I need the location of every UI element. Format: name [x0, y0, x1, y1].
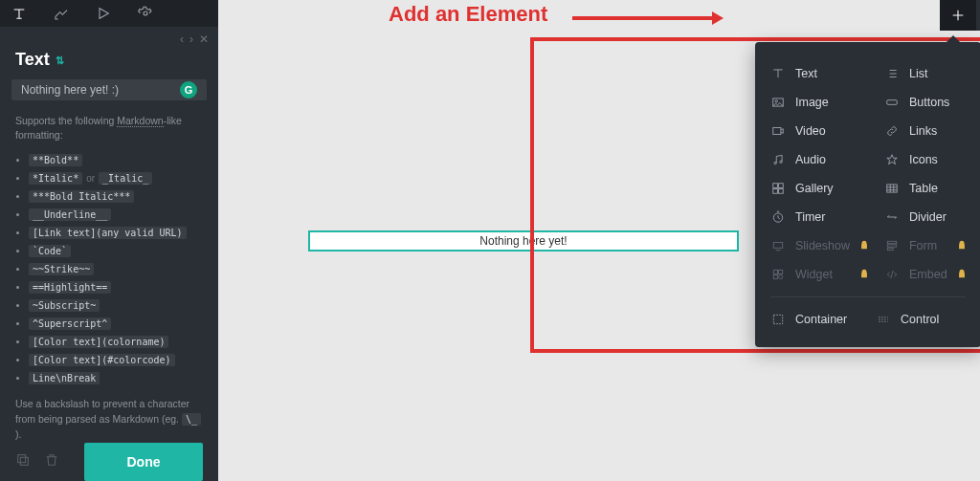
format-example: *Italic*or_Italic_ [29, 169, 203, 187]
menu-item-container[interactable]: Container [763, 305, 868, 334]
menu-item-label: Icons [909, 153, 938, 166]
panel-prev-icon[interactable]: ‹ [180, 33, 184, 46]
menu-item-text[interactable]: Text [763, 59, 877, 88]
menu-item-label: Divider [909, 210, 947, 224]
add-element-button[interactable] [940, 0, 976, 31]
inspector-tabs [0, 0, 218, 27]
formatting-help-footer: Use a backslash to prevent a character f… [0, 387, 218, 442]
video-icon [770, 124, 786, 138]
buttons-icon [884, 96, 900, 109]
format-example: Line\nBreak [29, 369, 203, 387]
tab-style-icon[interactable] [48, 0, 75, 27]
panel-title-chevron-icon[interactable]: ⇅ [56, 55, 64, 67]
menu-item-label: Audio [795, 153, 826, 166]
menu-item-label: Form [909, 239, 937, 252]
format-example: **Bold** [29, 151, 203, 169]
menu-item-widget: Widget [763, 260, 877, 289]
widget-icon [770, 268, 786, 281]
tab-preview-icon[interactable] [90, 0, 117, 27]
control-icon [876, 313, 891, 326]
menu-item-video[interactable]: Video [763, 117, 877, 145]
format-example: ***Bold Italic*** [29, 187, 203, 206]
menu-item-audio[interactable]: Audio [763, 145, 877, 174]
text-content-value: Nothing here yet! :) [21, 83, 119, 97]
menu-item-label: Timer [795, 210, 825, 224]
text-element-placeholder[interactable]: Nothing here yet! [308, 230, 739, 251]
format-example: [Color text](colorname) [29, 333, 203, 351]
format-example: ==Highlight== [29, 278, 203, 296]
menu-item-control[interactable]: Control [868, 305, 973, 334]
placeholder-text: Nothing here yet! [479, 234, 567, 248]
embed-icon [884, 268, 900, 281]
divider-icon [884, 210, 900, 224]
menu-item-label: Buttons [909, 96, 949, 109]
undo-button[interactable] [976, 0, 980, 31]
svg-rect-22 [887, 248, 893, 250]
menu-item-slideshow: Slideshow [763, 231, 877, 260]
svg-point-11 [774, 162, 776, 164]
svg-rect-17 [887, 185, 898, 192]
svg-rect-14 [779, 184, 784, 188]
format-example: __Underline__ [29, 206, 203, 224]
menu-item-label: Container [795, 313, 847, 326]
menu-item-label: Gallery [795, 182, 834, 195]
slideshow-icon [770, 239, 786, 252]
panel-title-text: Text [15, 50, 50, 70]
lock-icon [859, 239, 869, 252]
text-icon [770, 67, 786, 80]
menu-item-table[interactable]: Table [877, 174, 974, 203]
svg-rect-2 [18, 455, 26, 463]
menu-item-label: Control [901, 313, 939, 326]
timer-icon [770, 210, 786, 224]
form-icon [884, 239, 900, 252]
svg-point-0 [144, 11, 147, 15]
done-button[interactable]: Done [84, 443, 203, 481]
canvas[interactable]: Nothing here yet! Add an Element TextLis… [218, 0, 980, 481]
svg-rect-1 [20, 457, 28, 465]
formatting-help-intro: Supports the following Markdown-like for… [0, 100, 218, 147]
links-icon [884, 124, 900, 138]
container-icon [770, 313, 786, 326]
menu-item-label: Video [795, 124, 826, 138]
format-example: ^Superscript^ [29, 315, 203, 333]
inspector-panel: ‹ › ✕ Text ⇅ Nothing here yet! :) G Supp… [0, 0, 218, 481]
format-example: [Link text](any valid URL) [29, 224, 203, 242]
menu-item-label: Text [795, 67, 817, 80]
menu-item-embed: Embed [877, 260, 974, 289]
menu-item-label: Table [909, 182, 938, 195]
annotation-arrow-icon [572, 11, 724, 25]
list-icon [884, 67, 900, 80]
top-toolbar [940, 0, 980, 31]
duplicate-icon[interactable] [15, 452, 31, 471]
tab-text-icon[interactable] [6, 0, 33, 27]
menu-item-links[interactable]: Links [877, 117, 974, 145]
menu-item-image[interactable]: Image [763, 88, 877, 117]
lock-icon [859, 268, 869, 281]
lock-icon [957, 239, 967, 252]
svg-rect-20 [887, 241, 896, 243]
svg-rect-10 [773, 128, 781, 135]
menu-item-gallery[interactable]: Gallery [763, 174, 877, 203]
menu-item-icons[interactable]: Icons [877, 145, 974, 174]
menu-item-divider[interactable]: Divider [877, 203, 974, 231]
svg-rect-15 [773, 189, 778, 194]
svg-rect-27 [773, 315, 782, 323]
svg-point-26 [779, 275, 783, 279]
svg-rect-9 [887, 100, 898, 105]
format-example: ~Subscript~ [29, 296, 203, 315]
grammarly-icon[interactable]: G [180, 81, 197, 98]
tab-settings-icon[interactable] [132, 0, 159, 27]
menu-item-label: Links [909, 124, 937, 138]
svg-rect-25 [773, 275, 777, 279]
panel-next-icon[interactable]: › [189, 33, 193, 46]
menu-item-buttons[interactable]: Buttons [877, 88, 974, 117]
menu-item-list[interactable]: List [877, 59, 974, 88]
trash-icon[interactable] [44, 452, 59, 471]
panel-close-icon[interactable]: ✕ [199, 33, 209, 46]
lock-icon [957, 268, 967, 281]
text-content-input[interactable]: Nothing here yet! :) G [11, 79, 207, 100]
svg-rect-21 [887, 245, 896, 247]
panel-nav: ‹ › ✕ [0, 27, 218, 46]
menu-item-timer[interactable]: Timer [763, 203, 877, 231]
svg-rect-13 [773, 184, 778, 188]
